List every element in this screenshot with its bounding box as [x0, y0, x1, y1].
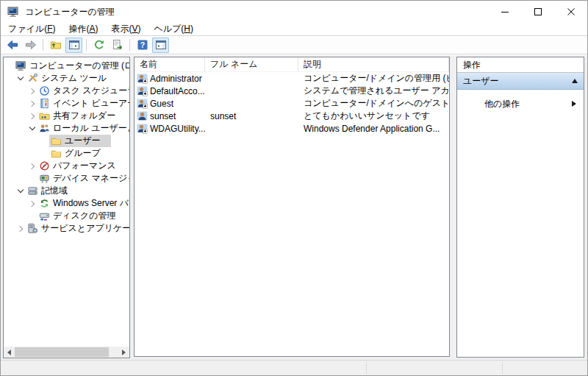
tree-item-label: パフォーマンス: [53, 160, 116, 172]
user-disabled-icon: [137, 73, 148, 84]
tree-item-disk-management[interactable]: ディスクの管理: [4, 210, 129, 222]
titlebar[interactable]: コンピューターの管理: [1, 1, 587, 23]
expander-icon[interactable]: [15, 224, 26, 234]
window-title: コンピューターの管理: [25, 6, 488, 18]
up-folder-button[interactable]: [47, 38, 64, 53]
tree-item-task-scheduler[interactable]: タスク スケジューラ: [4, 85, 129, 97]
column-header-name[interactable]: 名前: [135, 57, 205, 71]
scroll-right-button[interactable]: [118, 347, 129, 358]
user-description: システムで管理されるユーザー アカウン...: [298, 85, 449, 97]
main-area: コンピューターの管理 (ローカル) システム ツール タスク スケジューラ: [1, 55, 587, 360]
backup-icon: [39, 198, 50, 209]
shared-folder-icon: [39, 110, 50, 121]
folder-icon: [51, 135, 62, 146]
console-tree-pane: コンピューターの管理 (ローカル) システム ツール タスク スケジューラ: [3, 57, 130, 358]
expander-icon[interactable]: [15, 74, 26, 84]
tree-item-system-tools[interactable]: システム ツール: [4, 72, 129, 85]
menu-item-file[interactable]: ファイル(F): [1, 22, 62, 36]
expander-icon[interactable]: [39, 149, 49, 159]
up-triangle-icon[interactable]: [572, 79, 578, 83]
menu-item-action[interactable]: 操作(A): [62, 22, 104, 36]
user-description: とてもかわいいサンセットです: [298, 110, 449, 122]
forward-button[interactable]: [22, 38, 39, 53]
export-list-icon: [112, 39, 123, 51]
tree-item-device-manager[interactable]: デバイス マネージャー: [4, 172, 129, 185]
column-header-full-name[interactable]: フル ネーム: [205, 57, 298, 71]
computer-management-window: コンピューターの管理 ファイル(F)操作(A)表示(V)ヘルプ(H) ? コンピ…: [0, 0, 588, 376]
user-name: Guest: [150, 99, 173, 109]
table-row-wdagutility[interactable]: WDAGUtility... Windows Defender Applicat…: [135, 122, 449, 135]
task-scheduler-icon: [39, 85, 50, 96]
tree-item-shared-folders[interactable]: 共有フォルダー: [4, 110, 129, 122]
users-list-pane: 名前 フル ネーム 説明 Administrator コンピューター/ドメインの…: [134, 57, 450, 357]
maximize-icon: [534, 8, 542, 15]
statusbar: [1, 360, 587, 375]
list-body: Administrator コンピューター/ドメインの管理用 (ビルト... D…: [135, 72, 449, 135]
maximize-button[interactable]: [521, 1, 554, 23]
scrollbar-thumb[interactable]: [15, 347, 109, 357]
tree-item-performance[interactable]: パフォーマンス: [4, 160, 129, 172]
expander-icon[interactable]: [15, 186, 26, 196]
show-console-tree-button[interactable]: [65, 38, 82, 53]
list-header: 名前 フル ネーム 説明: [135, 57, 449, 72]
more-actions-item[interactable]: 他の操作: [457, 96, 584, 112]
table-row-defaultaccount[interactable]: DefaultAcco... システムで管理されるユーザー アカウン...: [135, 85, 449, 97]
expander-icon[interactable]: [27, 161, 37, 171]
back-button[interactable]: [4, 38, 21, 53]
help-icon: ?: [137, 39, 148, 51]
refresh-button[interactable]: [90, 38, 107, 53]
device-manager-icon: [39, 173, 50, 184]
close-button[interactable]: [554, 1, 587, 23]
expander-icon[interactable]: [39, 136, 49, 146]
menu-item-view[interactable]: 表示(V): [104, 22, 147, 36]
tree-item-event-viewer[interactable]: イベント ビューアー: [4, 97, 129, 110]
tree-item-local-users-groups[interactable]: ローカル ユーザーとグループ: [4, 122, 129, 135]
table-row-sunset[interactable]: sunset sunset とてもかわいいサンセットです: [135, 110, 449, 122]
up-folder-icon: [50, 39, 62, 51]
menu-item-help[interactable]: ヘルプ(H): [148, 22, 201, 36]
tree-item-label: デバイス マネージャー: [53, 172, 130, 185]
tree-item-management-root[interactable]: コンピューターの管理 (ローカル): [4, 60, 129, 72]
table-row-guest[interactable]: Guest コンピューター/ドメインへのゲスト アクセ...: [135, 97, 449, 110]
expander-icon[interactable]: [27, 124, 37, 134]
forward-icon: [25, 39, 37, 51]
user-disabled-icon: [137, 98, 148, 109]
action-pane-icon: [155, 39, 167, 51]
right-arrow-icon: [122, 350, 126, 355]
expander-icon[interactable]: [27, 99, 37, 109]
export-list-button[interactable]: [109, 38, 126, 53]
scroll-left-button[interactable]: [4, 347, 15, 358]
expander-icon[interactable]: [27, 86, 37, 96]
disk-icon: [39, 210, 50, 221]
tree-item-services-apps[interactable]: サービスとアプリケーション: [4, 222, 129, 235]
tree-item-storage[interactable]: 記憶域: [4, 185, 129, 197]
tree-item-label: 記憶域: [41, 185, 68, 197]
action-section-header-users[interactable]: ユーザー: [457, 73, 584, 90]
column-header-description[interactable]: 説明: [298, 57, 449, 71]
tree-item-windows-server-backup[interactable]: Windows Server バックア: [4, 197, 129, 210]
tree-item-label: イベント ビューアー: [53, 97, 130, 110]
expander-icon[interactable]: [4, 61, 14, 71]
minimize-button[interactable]: [488, 1, 521, 23]
tree-item-users[interactable]: ユーザー: [4, 135, 129, 147]
tree-item-label: タスク スケジューラ: [53, 85, 130, 97]
computer-management-icon: [7, 6, 19, 18]
svg-text:?: ?: [140, 40, 144, 49]
expander-icon[interactable]: [27, 111, 37, 121]
tree-horizontal-scrollbar[interactable]: [4, 347, 129, 358]
more-actions-label: 他の操作: [484, 98, 572, 110]
expander-icon[interactable]: [27, 174, 37, 184]
event-viewer-icon: [39, 98, 50, 109]
table-row-administrator[interactable]: Administrator コンピューター/ドメインの管理用 (ビルト...: [135, 72, 449, 85]
back-icon: [7, 39, 18, 51]
help-button[interactable]: ?: [134, 38, 151, 53]
user-name: DefaultAcco...: [150, 86, 205, 96]
performance-icon: [39, 160, 50, 171]
show-action-pane-button[interactable]: [152, 38, 169, 53]
expander-icon[interactable]: [27, 199, 37, 209]
tree-item-groups[interactable]: グループ: [4, 147, 129, 160]
minimize-icon: [501, 8, 509, 15]
expander-icon[interactable]: [27, 211, 37, 221]
users-group-icon: [39, 123, 50, 134]
toolbar-separator: [129, 39, 130, 51]
